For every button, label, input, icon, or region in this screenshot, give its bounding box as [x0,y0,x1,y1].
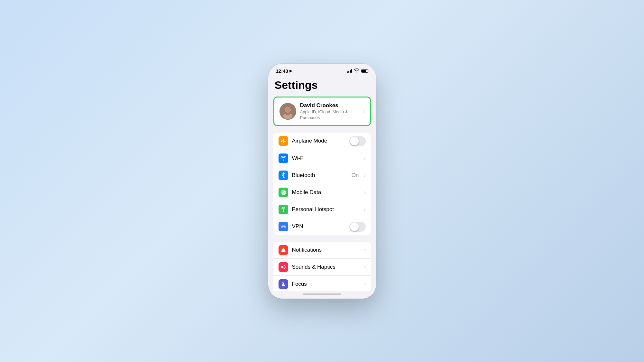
status-icons [347,68,368,73]
toggle-knob [350,137,359,145]
wifi-icon [354,68,359,73]
vpn-label: VPN [292,223,346,230]
sounds-haptics-label: Sounds & Haptics [292,264,360,270]
vpn-row[interactable]: VPN VPN [273,218,371,235]
notifications-group: Notifications › Sounds & Haptics › [273,242,371,291]
vpn-toggle-knob [350,222,359,231]
signal-bar-1 [347,71,348,73]
wifi-settings-icon [279,153,288,163]
focus-row[interactable]: Focus › [273,276,371,291]
location-icon: ▶ [289,69,292,73]
mobile-data-chevron: › [364,190,365,195]
signal-bar-2 [348,71,349,73]
wifi-chevron: › [364,155,365,161]
personal-hotspot-icon [279,205,288,214]
profile-card[interactable]: David Crookes Apple ID, iCloud, Media & … [273,97,371,126]
signal-bar-4 [351,69,352,73]
vpn-toggle[interactable] [349,222,366,232]
profile-chevron: › [363,108,365,114]
profile-subtitle: Apple ID, iCloud, Media & Purchases [300,109,359,121]
airplane-mode-label: Airplane Mode [292,138,346,144]
status-bar: 12:43 ▶ [268,64,376,76]
airplane-mode-toggle[interactable] [349,136,366,146]
personal-hotspot-label: Personal Hotspot [292,206,360,213]
avatar [279,103,296,120]
mobile-data-icon [279,188,288,197]
bluetooth-chevron: › [364,172,365,178]
settings-scroll[interactable]: Settings David Crookes Apple ID, iCloud,… [268,76,376,291]
wifi-label: Wi-Fi [292,155,360,162]
page-title: Settings [273,79,371,91]
focus-label: Focus [292,281,360,287]
focus-icon [279,279,288,289]
bluetooth-icon [279,171,288,180]
bluetooth-row[interactable]: Bluetooth On › [273,167,371,184]
battery-fill [362,70,366,72]
wifi-row[interactable]: Wi-Fi › [273,150,371,167]
mobile-data-label: Mobile Data [292,189,360,196]
personal-hotspot-row[interactable]: Personal Hotspot › [273,201,371,218]
profile-name: David Crookes [300,102,359,109]
home-bar [303,293,341,295]
signal-strength [347,69,352,73]
home-indicator [268,291,376,299]
signal-bar-3 [350,70,351,73]
sounds-haptics-chevron: › [364,264,365,270]
phone-frame: 12:43 ▶ Settings [268,64,376,299]
mobile-data-row[interactable]: Mobile Data › [273,184,371,201]
svg-point-3 [286,107,290,112]
notifications-chevron: › [364,247,365,253]
avatar-image [279,103,296,120]
bluetooth-value: On [351,172,359,179]
sounds-haptics-icon [279,262,288,272]
personal-hotspot-chevron: › [364,207,365,212]
sounds-haptics-row[interactable]: Sounds & Haptics › [273,259,371,276]
time-text: 12:43 [276,68,288,74]
vpn-icon: VPN [279,222,288,231]
notifications-icon [279,245,288,255]
connectivity-group: Airplane Mode Wi-Fi › [273,133,371,235]
bluetooth-label: Bluetooth [292,172,348,179]
airplane-mode-row[interactable]: Airplane Mode [273,133,371,150]
notifications-label: Notifications [292,247,360,253]
focus-chevron: › [364,281,365,287]
status-time: 12:43 ▶ [276,68,292,74]
vpn-text: VPN [280,225,286,228]
notifications-row[interactable]: Notifications › [273,242,371,259]
airplane-mode-icon [279,136,288,146]
profile-info: David Crookes Apple ID, iCloud, Media & … [300,102,359,121]
battery-icon [361,69,368,73]
